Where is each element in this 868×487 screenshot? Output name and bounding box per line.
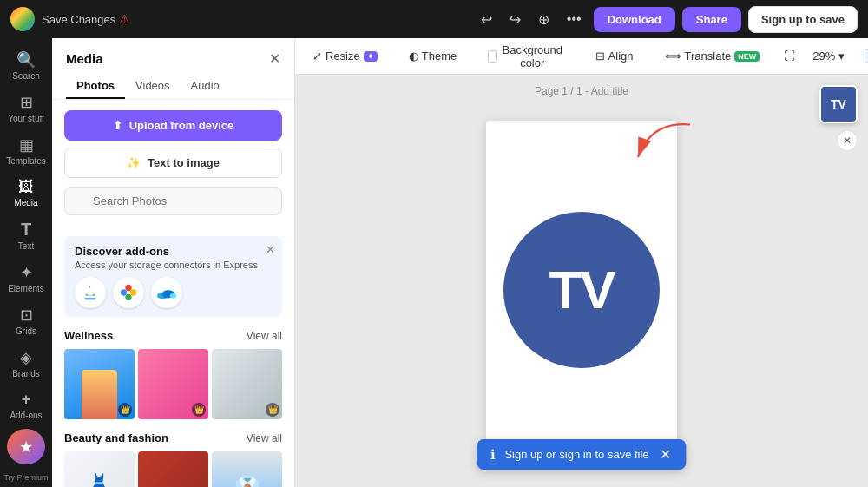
wellness-view-all[interactable]: View all (247, 330, 282, 342)
save-banner-message: Sign up or sign in to save file (504, 448, 648, 461)
align-button[interactable]: ⊟ Align (589, 45, 641, 67)
elements-icon: ✦ (20, 263, 33, 282)
main-content: 🔍 Search ⊞ Your stuff ▦ Templates 🖼 Medi… (0, 38, 868, 487)
background-color-button[interactable]: Background color (481, 39, 570, 74)
info-icon: ℹ (490, 447, 496, 463)
upload-icon: ⬆ (113, 119, 122, 132)
brands-icon: ◈ (20, 348, 32, 367)
canvas-wrapper[interactable]: Page 1 / 1 - Add title TV TV ✕ (295, 75, 868, 487)
topbar: Save Changes ⚠ ↩ ↪ ⊕ ••• Download Share … (0, 0, 868, 38)
editor-toolbar: ⤢ Resize ✦ ◐ Theme Background color ⊟ Al… (295, 38, 868, 75)
tv-logo-text: TV (549, 259, 614, 320)
more-icon: ••• (567, 11, 582, 27)
sidebar-label-text: Text (18, 241, 34, 251)
sidebar-label-media: Media (14, 198, 37, 207)
svg-point-0 (125, 285, 131, 291)
resize-button[interactable]: ⤢ Resize ✦ (306, 45, 385, 67)
beauty-photo-1[interactable]: 👗 (64, 451, 135, 487)
sidebar-item-templates[interactable]: ▦ Templates (3, 130, 49, 171)
download-button[interactable]: Download (594, 7, 675, 32)
media-panel-close-button[interactable]: ✕ (269, 50, 280, 67)
resize-label: Resize (326, 49, 360, 63)
app-logo[interactable] (10, 7, 35, 31)
save-changes-btn[interactable]: Save Changes ⚠ (42, 12, 130, 26)
one-drive-icon[interactable] (151, 277, 182, 308)
beauty-section-header: Beauty and fashion View all (64, 431, 282, 444)
premium-badge-3: 👑 (266, 403, 279, 417)
redo-button[interactable]: ↪ (504, 8, 526, 31)
tab-videos[interactable]: Videos (125, 74, 181, 99)
media-panel-header: Media ✕ (52, 38, 294, 74)
wellness-section-header: Wellness View all (64, 329, 282, 342)
svg-point-2 (125, 294, 131, 300)
save-banner-close-button[interactable]: ✕ (658, 446, 673, 463)
zoom-chevron: ▾ (838, 49, 845, 63)
sidebar-item-text[interactable]: T Text (3, 214, 49, 256)
right-mini-panel: TV ✕ (819, 85, 858, 151)
your-stuff-icon: ⊞ (20, 93, 33, 112)
sidebar-item-search[interactable]: 🔍 Search (3, 45, 49, 86)
sidebar-item-add-ons[interactable]: + Add-ons (3, 385, 49, 425)
beauty-view-all[interactable]: View all (247, 432, 282, 444)
premium-icon: ★ (19, 438, 33, 457)
grids-icon: ⊡ (20, 306, 33, 325)
media-tabs: Photos Videos Audio (52, 74, 294, 100)
text-icon: T (21, 220, 31, 240)
resize-badge: ✦ (364, 51, 378, 62)
zoom-control[interactable]: ⛶ 29% ▾ (777, 45, 852, 67)
canvas-area: ⤢ Resize ✦ ◐ Theme Background color ⊟ Al… (295, 38, 868, 487)
sidebar-item-grids[interactable]: ⊡ Grids (3, 300, 49, 341)
save-label: Save Changes (42, 13, 115, 26)
beauty-photo-2[interactable] (138, 451, 208, 487)
location-button[interactable]: ⊕ (533, 8, 555, 31)
google-photos-icon[interactable] (113, 277, 144, 308)
save-warning-icon: ⚠ (119, 12, 130, 26)
wellness-photo-3[interactable]: 👑 (212, 349, 282, 419)
google-drive-icon[interactable] (75, 277, 106, 308)
media-panel-title: Media (66, 51, 103, 66)
wellness-photo-2[interactable]: 👑 (138, 349, 208, 419)
sidebar-label-search: Search (12, 71, 40, 81)
close-right-panel-button[interactable]: ✕ (837, 130, 858, 151)
sidebar-item-media[interactable]: 🖼 Media (3, 173, 49, 213)
location-icon: ⊕ (538, 11, 549, 28)
beauty-photo-3[interactable]: 👔 (212, 451, 282, 487)
translate-button[interactable]: ⟺ Translate NEW (658, 45, 767, 67)
upload-label: Upload from device (129, 119, 234, 132)
text-to-image-button[interactable]: ✨ Text to image (64, 148, 282, 178)
sidebar-item-elements[interactable]: ✦ Elements (3, 258, 49, 299)
share-button[interactable]: Share (682, 7, 741, 32)
mini-thumbnail[interactable]: TV (819, 85, 858, 123)
theme-icon: ◐ (409, 49, 418, 63)
addons-title: Discover add-ons (75, 245, 272, 258)
sidebar-label-brands: Brands (12, 369, 40, 378)
addons-banner-close-button[interactable]: ✕ (266, 243, 275, 256)
svg-point-6 (170, 293, 176, 299)
wellness-photo-1[interactable]: 👑 (64, 349, 135, 419)
signup-to-save-button[interactable]: Sign up to save (748, 6, 858, 33)
more-options-button[interactable]: ••• (562, 8, 587, 30)
zoom-percentage-button[interactable]: 29% ▾ (806, 45, 852, 67)
media-panel: Media ✕ Photos Videos Audio ⬆ Upload fro… (52, 38, 295, 487)
sidebar-label-templates: Templates (6, 156, 46, 166)
media-panel-body: ⬆ Upload from device ✨ Text to image 🔍 ✕… (52, 100, 294, 487)
upload-from-device-button[interactable]: ⬆ Upload from device (64, 110, 282, 141)
sidebar-label-elements: Elements (8, 284, 44, 293)
wellness-photo-grid: 👑 👑 👑 (64, 349, 282, 419)
sidebar-label-your-stuff: Your stuff (8, 114, 44, 123)
tab-audio[interactable]: Audio (181, 74, 230, 99)
add-ons-icon: + (22, 391, 31, 409)
search-photos-input[interactable] (64, 187, 282, 215)
try-premium-button[interactable]: ★ (7, 429, 45, 464)
canvas-card[interactable]: TV (486, 121, 677, 459)
theme-button[interactable]: ◐ Theme (402, 45, 464, 67)
notes-icon: 📝 (864, 49, 868, 63)
premium-badge-2: 👑 (192, 403, 206, 417)
notes-button[interactable]: 📝 (857, 45, 868, 67)
redo-icon: ↪ (510, 11, 521, 28)
undo-button[interactable]: ↩ (476, 8, 497, 31)
sidebar-item-your-stuff[interactable]: ⊞ Your stuff (3, 88, 49, 128)
sidebar-item-brands[interactable]: ◈ Brands (3, 343, 49, 384)
fit-to-screen-button[interactable]: ⛶ (777, 45, 802, 67)
tab-photos[interactable]: Photos (66, 74, 125, 99)
